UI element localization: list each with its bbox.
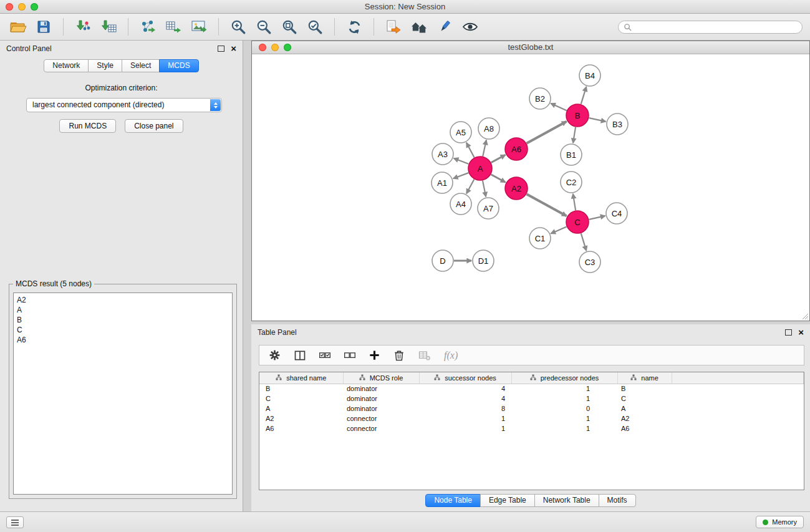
close-panel-icon[interactable]: ×: [231, 46, 236, 52]
network-canvas[interactable]: AA6A2BCA1A3A4A5A7A8B1B2B3B4C1C2C3C4DD1: [252, 55, 809, 321]
table-cell[interactable]: 1: [511, 423, 617, 433]
optimization-criterion-dropdown[interactable]: largest connected component (directed): [26, 98, 222, 112]
graph-edge[interactable]: [573, 127, 576, 143]
overview-home-icon[interactable]: [408, 16, 430, 37]
graph-edge[interactable]: [483, 181, 486, 197]
search-input[interactable]: [635, 22, 797, 31]
table-cell[interactable]: A2: [259, 414, 343, 423]
table-row[interactable]: Bdominator41B: [259, 384, 804, 394]
resize-grip-icon[interactable]: [801, 312, 809, 320]
function-builder-icon[interactable]: f(x): [444, 347, 458, 364]
tab-network-table[interactable]: Network Table: [534, 494, 599, 507]
graph-edge[interactable]: [454, 158, 469, 164]
graph-edge[interactable]: [589, 118, 606, 122]
graph-edge[interactable]: [491, 155, 506, 162]
search-field[interactable]: [618, 21, 803, 34]
delete-column-icon[interactable]: [393, 347, 405, 364]
tab-network[interactable]: Network: [44, 59, 89, 72]
task-history-button[interactable]: [6, 516, 24, 528]
open-session-icon[interactable]: [7, 16, 29, 37]
graph-edge[interactable]: [466, 143, 475, 158]
table-cell[interactable]: 4: [419, 384, 511, 394]
zoom-selected-icon[interactable]: [304, 16, 325, 37]
table-cell[interactable]: A6: [259, 423, 343, 433]
new-network-icon[interactable]: [137, 16, 158, 37]
table-cell[interactable]: 0: [511, 404, 617, 414]
float-table-panel-icon[interactable]: [785, 329, 792, 336]
mcds-result-item[interactable]: C: [17, 325, 229, 335]
table-cell[interactable]: A6: [617, 423, 672, 433]
zoom-out-icon[interactable]: [253, 16, 274, 37]
import-network-icon[interactable]: [72, 16, 94, 37]
table-cell[interactable]: 1: [511, 394, 617, 404]
graph-edge[interactable]: [527, 194, 567, 216]
tab-motifs[interactable]: Motifs: [599, 494, 636, 507]
graph-edge[interactable]: [581, 87, 587, 104]
table-cell[interactable]: 1: [419, 423, 511, 433]
export-image-icon[interactable]: [188, 16, 210, 37]
first-neighbors-icon[interactable]: [383, 16, 404, 37]
add-column-icon[interactable]: [369, 347, 380, 364]
show-columns-icon[interactable]: [294, 347, 306, 364]
close-table-panel-icon[interactable]: ×: [798, 329, 804, 336]
table-cell[interactable]: 1: [511, 414, 617, 423]
float-panel-icon[interactable]: [218, 46, 224, 52]
table-cell[interactable]: dominator: [343, 384, 419, 394]
tab-style[interactable]: Style: [88, 59, 122, 72]
graph-edge[interactable]: [466, 180, 474, 194]
table-cell[interactable]: connector: [343, 414, 419, 423]
table-cell[interactable]: A: [259, 404, 343, 414]
table-cell[interactable]: dominator: [343, 404, 419, 414]
graph-edge[interactable]: [573, 194, 576, 210]
table-cell[interactable]: C: [617, 394, 672, 404]
annotation-pen-icon[interactable]: [434, 16, 455, 37]
run-mcds-button[interactable]: Run MCDS: [59, 119, 116, 133]
graph-edge[interactable]: [453, 173, 469, 178]
tab-mcds[interactable]: MCDS: [159, 59, 198, 72]
table-cell[interactable]: dominator: [343, 394, 419, 404]
close-network-window-button[interactable]: [259, 44, 266, 51]
network-canvas-svg[interactable]: AA6A2BCA1A3A4A5A7A8B1B2B3B4C1C2C3C4DD1: [252, 55, 809, 321]
mcds-result-item[interactable]: A: [17, 305, 229, 315]
mcds-result-item[interactable]: B: [17, 315, 229, 325]
table-settings-icon[interactable]: [268, 347, 281, 364]
close-window-button[interactable]: [6, 3, 13, 11]
tab-edge-table[interactable]: Edge Table: [480, 494, 535, 507]
graph-edge[interactable]: [551, 227, 566, 234]
show-graphics-details-icon[interactable]: [460, 16, 481, 37]
graph-edge[interactable]: [589, 216, 605, 220]
memory-button[interactable]: Memory: [756, 516, 804, 528]
mcds-result-item[interactable]: A2: [17, 295, 229, 305]
save-session-icon[interactable]: [33, 16, 54, 37]
table-cell[interactable]: 8: [419, 404, 511, 414]
column-header-shared-name[interactable]: shared name: [259, 372, 343, 384]
table-row[interactable]: A2connector11A2: [259, 414, 804, 423]
table-cell[interactable]: B: [259, 384, 343, 394]
mcds-result-list[interactable]: A2ABCA6: [13, 293, 233, 495]
table-cell[interactable]: A: [617, 404, 672, 414]
tab-select[interactable]: Select: [122, 59, 160, 72]
table-row[interactable]: A6connector11A6: [259, 423, 804, 433]
graph-edge[interactable]: [581, 233, 587, 251]
table-cell[interactable]: B: [617, 384, 672, 394]
tab-node-table[interactable]: Node Table: [425, 494, 481, 507]
zoom-in-icon[interactable]: [228, 16, 249, 37]
column-header-predecessor-nodes[interactable]: predecessor nodes: [511, 372, 617, 384]
column-header-name[interactable]: name: [617, 372, 672, 384]
table-cell[interactable]: 1: [419, 414, 511, 423]
table-cell[interactable]: A2: [617, 414, 672, 423]
node-table-container[interactable]: shared name MCDS role successor nodes pr…: [259, 372, 804, 490]
minimize-window-button[interactable]: [18, 3, 26, 11]
deselect-all-icon[interactable]: [344, 347, 356, 364]
close-panel-button[interactable]: Close panel: [125, 119, 183, 133]
table-cell[interactable]: connector: [343, 423, 419, 433]
graph-edge[interactable]: [491, 175, 506, 183]
table-cell[interactable]: 1: [511, 384, 617, 394]
graph-edge[interactable]: [483, 140, 486, 157]
graph-edge[interactable]: [551, 104, 566, 110]
table-row[interactable]: Cdominator41C: [259, 394, 804, 404]
graph-edge[interactable]: [527, 122, 567, 143]
table-cell[interactable]: 4: [419, 394, 511, 404]
apply-layout-icon[interactable]: [344, 16, 365, 37]
zoom-network-window-button[interactable]: [284, 44, 291, 51]
